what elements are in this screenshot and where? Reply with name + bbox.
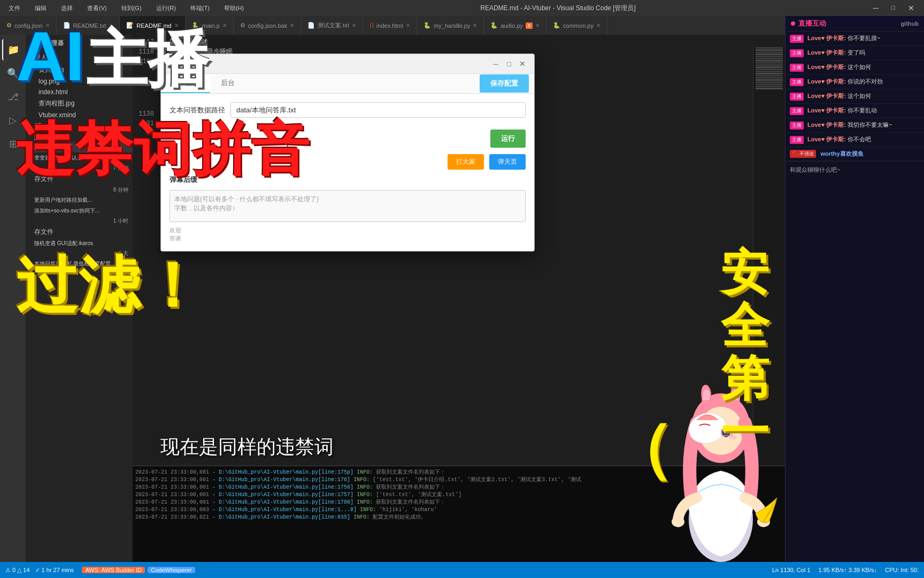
chat-user-6: Love♥ 伊卡斯: <box>807 121 846 128</box>
sidebar-item-1[interactable]: 资人.png <box>26 64 133 76</box>
sidebar-item-4[interactable]: 查询程图.jpg <box>26 97 133 110</box>
chat-user-7: Love♥ 伊卡斯: <box>807 136 846 142</box>
welcome-text: 欢迎 <box>170 226 526 234</box>
dialog-tabs: 文本主播 后台 保存配置 <box>161 74 534 94</box>
chat-entry-5: 主播 Love♥ 伊卡斯: 你不要乱动 <box>786 104 924 118</box>
sidebar-item-ikaros[interactable]: 随机变遇 GUI适配 ikaros <box>26 238 133 249</box>
debug-icon[interactable]: ▷ <box>2 110 24 131</box>
sidebar-item-5[interactable]: Vtuber.xmind <box>26 110 133 120</box>
chat-entry-4: 主播 Love♥ 伊卡斯: 这个如何 <box>786 89 924 104</box>
sidebar-item-2[interactable]: log.png <box>26 76 133 87</box>
live-title: 直播互动 <box>798 19 826 28</box>
svg-point-9 <box>729 435 737 439</box>
anime-character <box>654 348 788 562</box>
live-chat-panel: 直播互动 github 主播 Love♥ 伊卡斯: 你不要乱摸~ 主播 Love… <box>785 16 924 562</box>
chat-label-5: 主播 <box>790 107 804 115</box>
search-icon[interactable]: 🔍 <box>2 63 24 84</box>
ai-vtuber-dialog: A AI Vtuber ─ □ ✕ 文本主播 后台 保存配置 文本问答数据路径 … <box>160 54 535 252</box>
titlebar-menu: 文件 编辑 选择 查看(V) 转到(G) 运行(R) 终端(T) 帮助(H) <box>5 4 247 12</box>
sidebar-time-ikaros: 1 天 <box>26 249 133 258</box>
qa-path-input[interactable] <box>230 102 526 118</box>
sidebar-item-11[interactable]: 更新用户地对路径加载... <box>26 195 133 206</box>
chat-msg-0: 你不要乱摸~ <box>848 35 880 41</box>
chat-entry-3: 主播 Love♥ 伊卡斯: 你说的不对劲 <box>786 75 924 89</box>
extensions-icon[interactable]: ⊞ <box>2 133 24 155</box>
dialog-minimize-btn[interactable]: ─ <box>490 58 501 69</box>
cpu-usage: CPU: Int: 50: <box>885 567 919 573</box>
explorer-header: 资源管理器 <box>26 35 133 51</box>
sidebar-item-7[interactable]: pts <box>26 131 133 142</box>
window-controls: ─ □ ✕ <box>869 4 919 12</box>
live-header: 直播互动 github <box>786 16 924 32</box>
dialog-icon: A <box>167 59 176 68</box>
cursor-position: Ln 1130, Col 1 <box>772 567 811 573</box>
chat-entry-6: 主播 Love♥ 伊卡斯: 我切你不要太嘛~ <box>786 118 924 133</box>
sidebar-item-readme[interactable]: README.md <box>26 142 133 153</box>
file-explorer: 资源管理器 资人 资人.png log.png index.html 查询程图.… <box>26 35 133 562</box>
dialog-tab-backend[interactable]: 后台 <box>210 74 245 93</box>
chat-entry-0: 主播 Love♥ 伊卡斯: 你不要乱摸~ <box>786 32 924 46</box>
tab-config-json[interactable]: ⚙ config.json ✕ <box>0 16 57 35</box>
close-btn[interactable]: ✕ <box>904 4 919 12</box>
dialog-tab-text[interactable]: 文本主播 <box>161 74 210 93</box>
tab-common-py[interactable]: 🐍 common.py ✕ <box>546 16 607 35</box>
svg-point-10 <box>672 516 684 527</box>
chat-user-3: Love♥ 伊卡斯: <box>807 78 846 85</box>
section-title: 弹幕后缓 <box>170 175 526 185</box>
sidebar-item-0[interactable]: 资人 <box>26 51 133 64</box>
sidebar-item-store[interactable]: 存文件 <box>26 226 133 238</box>
error-warning-count[interactable]: ⚠ 0 △ 14 <box>5 567 30 574</box>
extra-btn-2[interactable]: 弹天页 <box>489 154 526 170</box>
tab-readme-txt[interactable]: 📄 README.txt ✕ <box>57 16 120 35</box>
sidebar-time-10: 8 分钟 <box>26 185 133 195</box>
chat-user-8: worthy喜欢摸鱼 <box>821 150 864 158</box>
statusbar-left: ⚠ 0 △ 14 ✓ 1 hr 27 mins <box>5 567 74 574</box>
chat-msg-1: 变了吗 <box>848 49 865 56</box>
chat-user-1: Love♥ 伊卡斯: <box>807 49 846 56</box>
sidebar-item-10[interactable]: 存文件 <box>26 173 133 185</box>
chat-entry-1: 主播 Love♥ 伊卡斯: 变了吗 <box>786 46 924 60</box>
dialog-titlebar: A AI Vtuber ─ □ ✕ <box>161 54 534 74</box>
minimize-btn[interactable]: ─ <box>869 4 883 12</box>
tab-test-txt[interactable]: 📄 测试文案.txt ✕ <box>301 16 363 35</box>
tab-readme-md[interactable]: 📝 README.md ✕ <box>120 16 185 35</box>
sidebar-item-tts[interactable]: 添加tts+so-vits-svc协同下... <box>26 206 133 216</box>
git-icon[interactable]: ⎇ <box>2 86 24 108</box>
save-config-button[interactable]: 保存配置 <box>480 74 529 93</box>
sidebar-item-9[interactable]: 变变量部分改默认变变调为默... <box>26 153 133 163</box>
chat-message-list: 主播 Love♥ 伊卡斯: 你不要乱摸~ 主播 Love♥ 伊卡斯: 变了吗 主… <box>786 32 924 178</box>
window-title: README.md - AI-Vtuber - Visual Studio Co… <box>247 4 869 13</box>
sidebar-item-6[interactable]: 2D <box>26 120 133 131</box>
chat-user-4: Love♥ 伊卡斯: <box>807 93 846 99</box>
sidebar-item-qa[interactable]: 本地问答库匹配 最低相似度配置... <box>26 258 133 269</box>
tab-my-handle[interactable]: 🐍 my_handle.py ✕ <box>417 16 484 35</box>
chat-user-0: Love♥ 伊卡斯: <box>807 35 846 41</box>
github-link[interactable]: github <box>900 20 919 27</box>
chat-msg-5: 你不要乱动 <box>848 107 877 113</box>
aws-badge[interactable]: AWS: AWS Builder ID <box>82 567 145 573</box>
chat-msg-7: 你不会吧 <box>848 136 871 142</box>
statusbar-middle: AWS: AWS Builder ID CodeWhisperer <box>82 567 195 573</box>
dialog-close-btn[interactable]: ✕ <box>517 58 528 69</box>
tab-audio-py[interactable]: 🐍 audio.py 8 ✕ <box>484 16 546 35</box>
chat-msg-6: 我切你不要太嘛~ <box>848 121 892 128</box>
tab-config-bak[interactable]: ⚙ config.json.bak ✕ <box>234 16 301 35</box>
tab-main-py[interactable]: 🐍 main.p ✕ <box>186 16 234 35</box>
maximize-btn[interactable]: □ <box>887 4 899 12</box>
titlebar: 文件 编辑 选择 查看(V) 转到(G) 运行(R) 终端(T) 帮助(H) R… <box>0 0 924 16</box>
extra-btn-1[interactable]: 打大家 <box>448 154 484 170</box>
chat-entry-7: 主播 Love♥ 伊卡斯: 你不会吧 <box>786 133 924 147</box>
sidebar-item-3[interactable]: index.html <box>26 87 133 97</box>
explorer-icon[interactable]: 📁 <box>2 39 24 60</box>
section-content-area[interactable]: 本地问题(可以有多个 · 什么都不填写表示不处理了) 字数，以及各件内容） <box>170 190 526 222</box>
run-button[interactable]: 运行 <box>490 130 526 148</box>
qa-path-row: 文本问答数据路径 <box>170 102 526 118</box>
thanks-text: 答谢 <box>170 234 526 242</box>
svg-point-6 <box>726 431 728 433</box>
chat-label-3: 主播 <box>790 78 804 86</box>
codewhisperer-badge[interactable]: CodeWhisperer <box>148 567 195 573</box>
time-elapsed: ✓ 1 hr 27 mins <box>35 567 74 574</box>
dialog-maximize-btn[interactable]: □ <box>504 58 514 69</box>
tab-index-html[interactable]: ⟨⟩ index.html ✕ <box>363 16 417 35</box>
dialog-title: AI Vtuber <box>180 60 209 68</box>
